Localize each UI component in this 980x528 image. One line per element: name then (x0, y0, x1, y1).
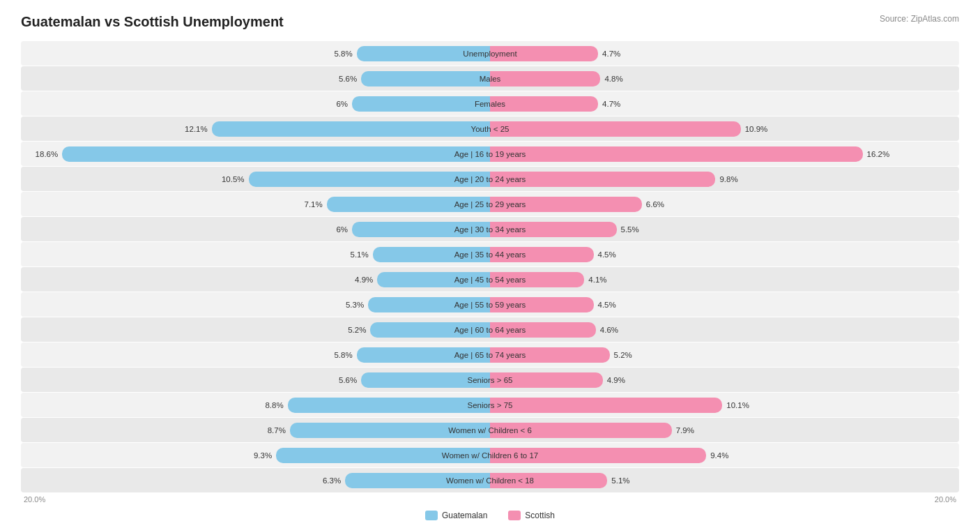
guatemalan-value: 5.6% (336, 376, 357, 384)
scottish-bar (490, 146, 863, 162)
guatemalan-bar (352, 222, 490, 237)
scottish-value: 16.2% (867, 150, 890, 158)
table-row: 10.5%9.8%Age | 20 to 24 years (21, 167, 959, 191)
scottish-value: 4.9% (607, 376, 628, 384)
scottish-bar (490, 197, 642, 212)
axis-left: 20.0% (21, 495, 490, 504)
scottish-value: 9.4% (710, 451, 731, 460)
scottish-value: 9.8% (719, 175, 740, 183)
scottish-bar (490, 121, 741, 137)
table-row: 8.7%7.9%Women w/ Children < 6 (21, 418, 959, 442)
guatemalan-value: 4.9% (352, 276, 373, 284)
chart-container: Guatemalan vs Scottish Unemployment Sour… (21, 14, 959, 520)
guatemalan-value: 5.8% (332, 50, 353, 58)
guatemalan-bar (212, 121, 490, 137)
scottish-value: 4.8% (604, 75, 625, 83)
table-row: 8.8%10.1%Seniors > 75 (21, 393, 959, 417)
scottish-value: 4.6% (600, 326, 621, 334)
table-row: 5.8%4.7%Unemployment (21, 41, 959, 66)
chart-title: Guatemalan vs Scottish Unemployment (21, 14, 284, 30)
scottish-bar (490, 96, 598, 112)
guatemalan-bar (357, 46, 490, 61)
scottish-bar (490, 46, 598, 61)
table-row: 5.6%4.9%Seniors > 65 (21, 368, 959, 392)
guatemalan-bar (368, 297, 490, 312)
guatemalan-value: 8.8% (263, 401, 284, 409)
scottish-swatch (508, 511, 521, 520)
guatemalan-value: 6% (327, 100, 348, 108)
guatemalan-value: 10.5% (222, 175, 245, 183)
chart-header: Guatemalan vs Scottish Unemployment Sour… (21, 14, 959, 30)
guatemalan-bar (357, 347, 490, 363)
scottish-bar (490, 272, 584, 287)
scottish-bar (490, 172, 715, 187)
guatemalan-bar (370, 322, 490, 338)
table-row: 5.6%4.8%Males (21, 66, 959, 91)
scottish-value: 10.1% (726, 401, 749, 409)
scottish-value: 4.7% (602, 50, 623, 58)
scottish-value: 4.5% (598, 250, 619, 259)
scottish-value: 7.9% (676, 426, 697, 435)
guatemalan-label: Guatemalan (442, 511, 487, 520)
scottish-value: 4.1% (588, 276, 609, 284)
guatemalan-bar (327, 197, 490, 212)
scottish-bar (490, 372, 603, 388)
table-row: 12.1%10.9%Youth < 25 (21, 116, 959, 141)
guatemalan-bar (62, 146, 490, 162)
scottish-value: 4.5% (598, 301, 619, 309)
guatemalan-bar (249, 172, 491, 187)
guatemalan-value: 5.6% (336, 75, 357, 83)
scottish-value: 6.6% (646, 200, 667, 209)
chart-body: 5.8%4.7%Unemployment5.6%4.8%Males6%4.7%F… (21, 41, 959, 492)
legend: Guatemalan Scottish (21, 511, 959, 520)
scottish-bar (490, 222, 617, 237)
guatemalan-swatch (425, 511, 438, 520)
scottish-value: 5.5% (621, 225, 642, 234)
scottish-value: 5.2% (614, 351, 635, 359)
guatemalan-value: 5.1% (348, 250, 369, 259)
guatemalan-bar (290, 423, 490, 438)
guatemalan-value: 7.1% (302, 200, 323, 209)
scottish-bar (490, 473, 607, 488)
scottish-bar (490, 347, 610, 363)
axis-right: 20.0% (490, 495, 959, 504)
scottish-bar (490, 297, 594, 312)
guatemalan-value: 18.6% (36, 150, 59, 158)
axis-row: 20.0% 20.0% (21, 495, 959, 504)
guatemalan-value: 8.7% (265, 426, 286, 435)
table-row: 5.8%5.2%Age | 65 to 74 years (21, 342, 959, 367)
scottish-value: 10.9% (745, 125, 768, 133)
table-row: 5.1%4.5%Age | 35 to 44 years (21, 242, 959, 266)
legend-scottish: Scottish (508, 511, 555, 520)
guatemalan-bar (361, 71, 490, 86)
guatemalan-value: 5.2% (345, 326, 366, 334)
guatemalan-bar (288, 398, 490, 413)
table-row: 18.6%16.2%Age | 16 to 19 years (21, 142, 959, 166)
guatemalan-value: 6% (327, 225, 348, 234)
guatemalan-value: 9.3% (251, 451, 272, 460)
guatemalan-bar (377, 272, 490, 287)
guatemalan-bar (361, 372, 490, 388)
scottish-bar (490, 423, 672, 438)
guatemalan-bar (373, 247, 490, 262)
table-row: 9.3%9.4%Women w/ Children 6 to 17 (21, 443, 959, 467)
guatemalan-bar (276, 448, 490, 463)
scottish-bar (490, 448, 706, 463)
table-row: 6%5.5%Age | 30 to 34 years (21, 217, 959, 241)
scottish-value: 4.7% (602, 100, 623, 108)
table-row: 5.2%4.6%Age | 60 to 64 years (21, 317, 959, 342)
guatemalan-bar (345, 473, 490, 488)
table-row: 6%4.7%Females (21, 91, 959, 116)
scottish-value: 5.1% (611, 476, 632, 485)
table-row: 7.1%6.6%Age | 25 to 29 years (21, 192, 959, 216)
scottish-bar (490, 71, 600, 86)
guatemalan-bar (352, 96, 490, 112)
guatemalan-value: 6.3% (320, 476, 341, 485)
scottish-bar (490, 322, 596, 338)
scottish-label: Scottish (525, 511, 555, 520)
guatemalan-value: 5.8% (332, 351, 353, 359)
table-row: 6.3%5.1%Women w/ Children < 18 (21, 468, 959, 492)
scottish-bar (490, 398, 722, 413)
guatemalan-value: 5.3% (343, 301, 364, 309)
guatemalan-value: 12.1% (185, 125, 208, 133)
